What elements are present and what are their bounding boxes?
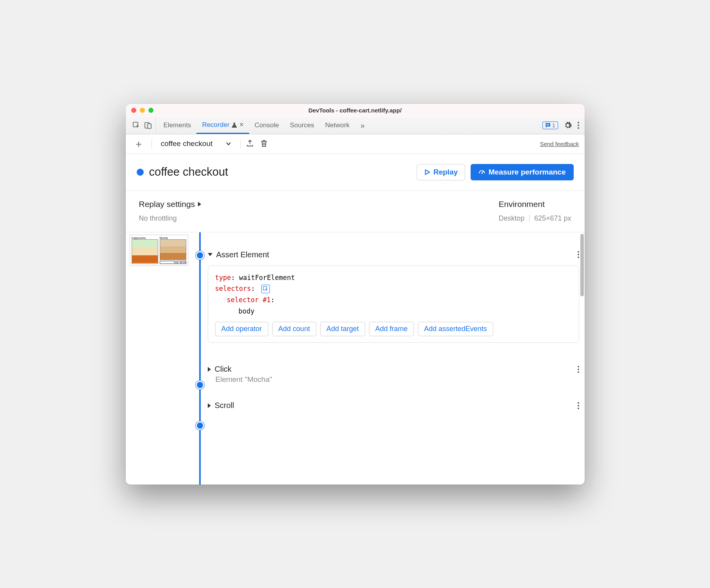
settings-row: Replay settings No throttling Environmen… — [126, 191, 585, 232]
devtools-tabs: Elements Recorder × Console Sources Netw… — [126, 117, 585, 134]
steps-column: Assert Element type: waitForElement sele… — [208, 232, 585, 485]
step-title: Scroll — [215, 401, 234, 410]
recording-selector[interactable]: coffee checkout — [157, 137, 235, 150]
device-toggle-icon[interactable] — [144, 121, 152, 130]
svg-rect-3 — [546, 124, 549, 125]
send-feedback-link[interactable]: Send feedback — [540, 141, 579, 147]
step-click: Click Element "Mocha" — [208, 365, 579, 384]
separator — [240, 139, 241, 149]
step-menu-icon[interactable] — [578, 366, 579, 373]
chevron-right-icon — [198, 202, 201, 207]
issues-badge[interactable]: 1 — [542, 121, 558, 129]
kebab-menu-icon[interactable] — [578, 122, 579, 129]
tab-elements[interactable]: Elements — [158, 117, 197, 134]
devtools-window: DevTools - coffee-cart.netlify.app/ Elem… — [126, 104, 585, 485]
issues-count: 1 — [552, 122, 555, 128]
tab-sources[interactable]: Sources — [284, 117, 319, 134]
chevron-right-icon — [208, 367, 211, 372]
step-header[interactable]: Scroll — [208, 401, 579, 410]
type-value: waitForElement — [239, 274, 295, 282]
play-icon — [424, 169, 430, 175]
tab-console[interactable]: Console — [249, 117, 284, 134]
environment-label: Environment — [499, 200, 571, 209]
tab-recorder[interactable]: Recorder × — [196, 117, 249, 134]
add-asserted-events-button[interactable]: Add assertedEvents — [418, 322, 493, 336]
chevron-down-icon — [208, 253, 212, 256]
add-operator-button[interactable]: Add operator — [215, 322, 268, 336]
scrollbar-thumb[interactable] — [580, 234, 584, 296]
recording-header: coffee checkout Replay Measure performan… — [126, 154, 585, 191]
chevron-down-icon — [226, 141, 231, 146]
step-header[interactable]: Assert Element — [208, 250, 579, 259]
step-scroll: Scroll — [208, 401, 579, 410]
selector-picker-icon[interactable] — [261, 285, 270, 293]
tab-recorder-label: Recorder — [202, 121, 229, 129]
step-assert-element: Assert Element type: waitForElement sele… — [208, 250, 579, 343]
recording-status-dot-icon — [137, 169, 144, 176]
svg-rect-4 — [546, 125, 549, 125]
selectors-key: selectors — [215, 285, 251, 292]
replay-button[interactable]: Replay — [417, 164, 465, 180]
selector-num-key: selector #1 — [227, 296, 271, 304]
add-target-button[interactable]: Add target — [320, 322, 365, 336]
screenshot-thumbnail[interactable]: Cappuccino MochaTotal: $0.00 — [130, 235, 188, 266]
throttling-value: No throttling — [139, 214, 202, 223]
more-tabs-icon[interactable]: » — [355, 117, 370, 134]
svg-rect-2 — [148, 124, 151, 128]
timeline-area: Cappuccino MochaTotal: $0.00 Assert Elem… — [126, 232, 585, 485]
replay-settings-toggle[interactable]: Replay settings — [139, 200, 202, 209]
type-key: type — [215, 274, 231, 282]
recording-name: coffee checkout — [161, 139, 213, 148]
timeline-line — [192, 232, 208, 485]
inspect-icon[interactable] — [132, 121, 141, 130]
step-subtitle: Element "Mocha" — [216, 375, 579, 384]
thumbnail-column: Cappuccino MochaTotal: $0.00 — [126, 232, 192, 485]
trash-icon[interactable] — [260, 139, 269, 148]
flask-icon — [232, 122, 237, 128]
timeline-node[interactable] — [196, 421, 204, 430]
measure-label: Measure performance — [489, 168, 566, 176]
recording-title: coffee checkout — [149, 166, 228, 178]
measure-performance-button[interactable]: Measure performance — [471, 164, 573, 180]
export-icon[interactable] — [246, 139, 255, 148]
selector-value: body — [239, 307, 255, 315]
mac-titlebar: DevTools - coffee-cart.netlify.app/ — [126, 104, 585, 117]
add-recording-button[interactable]: ＋ — [131, 137, 146, 151]
viewport-dimensions: 625×671 px — [534, 214, 571, 223]
recorder-toolbar: ＋ coffee checkout Send feedback — [126, 134, 585, 154]
step-menu-icon[interactable] — [578, 251, 579, 258]
separator — [152, 139, 152, 149]
timeline-node[interactable] — [196, 381, 204, 389]
separator — [529, 215, 530, 222]
step-title: Assert Element — [216, 250, 269, 259]
chevron-right-icon — [208, 403, 211, 408]
gauge-icon — [478, 169, 485, 176]
add-frame-button[interactable]: Add frame — [369, 322, 414, 336]
svg-point-5 — [482, 173, 483, 174]
step-menu-icon[interactable] — [578, 402, 579, 409]
gear-icon[interactable] — [564, 121, 572, 130]
step-header[interactable]: Click — [208, 365, 579, 374]
timeline-node[interactable] — [196, 251, 204, 260]
tab-network[interactable]: Network — [320, 117, 355, 134]
window-title: DevTools - coffee-cart.netlify.app/ — [126, 107, 585, 114]
replay-settings-label: Replay settings — [139, 200, 195, 209]
add-count-button[interactable]: Add count — [272, 322, 316, 336]
replay-label: Replay — [433, 168, 458, 176]
step-details-card: type: waitForElement selectors: selector… — [208, 265, 579, 343]
device-type: Desktop — [499, 214, 524, 223]
close-tab-icon[interactable]: × — [239, 121, 244, 129]
step-title: Click — [215, 365, 232, 374]
chat-icon — [545, 123, 551, 128]
